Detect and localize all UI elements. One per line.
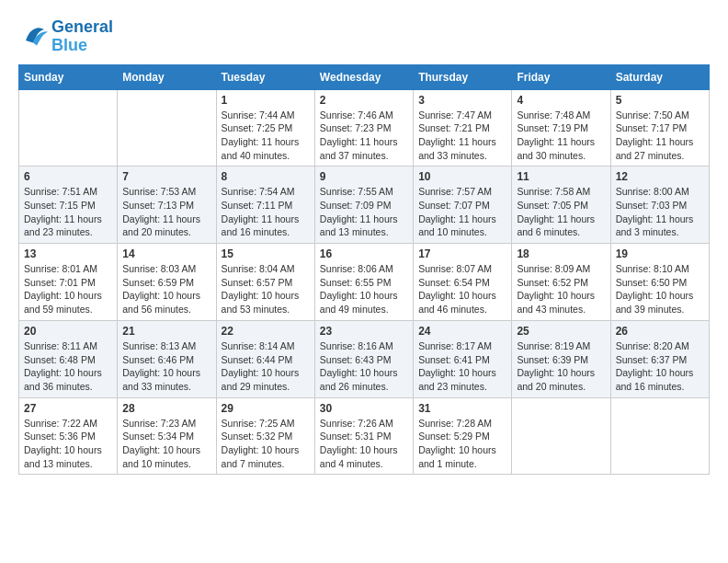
day-number: 11 <box>517 170 605 183</box>
day-number: 23 <box>320 325 408 338</box>
calendar-week-row: 6Sunrise: 7:51 AM Sunset: 7:15 PM Daylig… <box>19 167 710 244</box>
day-number: 19 <box>616 247 704 260</box>
calendar-table: SundayMondayTuesdayWednesdayThursdayFrid… <box>18 64 710 476</box>
day-number: 3 <box>418 94 506 107</box>
calendar-cell: 24Sunrise: 8:17 AM Sunset: 6:41 PM Dayli… <box>414 320 512 397</box>
calendar-cell <box>118 89 216 167</box>
weekday-header: Friday <box>512 64 610 89</box>
day-info: Sunrise: 8:13 AM Sunset: 6:46 PM Dayligh… <box>122 339 210 394</box>
day-number: 6 <box>24 170 112 183</box>
day-info: Sunrise: 8:04 AM Sunset: 6:57 PM Dayligh… <box>222 262 310 316</box>
calendar-cell: 28Sunrise: 7:23 AM Sunset: 5:34 PM Dayli… <box>118 397 216 475</box>
day-number: 29 <box>222 402 310 415</box>
day-number: 12 <box>616 170 704 183</box>
calendar-cell: 4Sunrise: 7:48 AM Sunset: 7:19 PM Daylig… <box>512 89 610 167</box>
calendar-cell: 2Sunrise: 7:46 AM Sunset: 7:23 PM Daylig… <box>314 89 413 167</box>
day-info: Sunrise: 8:00 AM Sunset: 7:03 PM Dayligh… <box>616 185 704 239</box>
day-info: Sunrise: 8:14 AM Sunset: 6:44 PM Dayligh… <box>222 339 310 394</box>
calendar-cell: 6Sunrise: 7:51 AM Sunset: 7:15 PM Daylig… <box>19 167 118 244</box>
day-number: 16 <box>320 247 408 260</box>
day-number: 10 <box>418 170 506 183</box>
calendar-cell <box>512 397 610 475</box>
day-number: 8 <box>222 170 310 183</box>
calendar-cell: 20Sunrise: 8:11 AM Sunset: 6:48 PM Dayli… <box>19 320 118 397</box>
calendar-cell: 10Sunrise: 7:57 AM Sunset: 7:07 PM Dayli… <box>414 167 512 244</box>
calendar-cell: 25Sunrise: 8:19 AM Sunset: 6:39 PM Dayli… <box>512 320 610 397</box>
calendar-cell: 14Sunrise: 8:03 AM Sunset: 6:59 PM Dayli… <box>118 244 216 321</box>
calendar-cell: 13Sunrise: 8:01 AM Sunset: 7:01 PM Dayli… <box>19 244 118 321</box>
logo-icon <box>18 22 48 52</box>
day-number: 21 <box>122 325 210 338</box>
day-number: 22 <box>222 325 310 338</box>
day-number: 14 <box>122 247 210 260</box>
day-number: 2 <box>320 94 408 107</box>
calendar-week-row: 27Sunrise: 7:22 AM Sunset: 5:36 PM Dayli… <box>19 397 710 475</box>
day-info: Sunrise: 7:46 AM Sunset: 7:23 PM Dayligh… <box>320 109 408 163</box>
day-number: 28 <box>122 402 210 415</box>
weekday-header: Tuesday <box>216 64 314 89</box>
logo-text: General Blue <box>51 18 113 55</box>
calendar-cell: 9Sunrise: 7:55 AM Sunset: 7:09 PM Daylig… <box>314 167 413 244</box>
calendar-week-row: 20Sunrise: 8:11 AM Sunset: 6:48 PM Dayli… <box>19 320 710 397</box>
day-number: 5 <box>616 94 704 107</box>
weekday-header: Saturday <box>610 64 709 89</box>
day-info: Sunrise: 8:11 AM Sunset: 6:48 PM Dayligh… <box>24 339 112 394</box>
day-number: 31 <box>418 402 506 415</box>
day-info: Sunrise: 7:55 AM Sunset: 7:09 PM Dayligh… <box>320 185 408 239</box>
calendar-cell: 5Sunrise: 7:50 AM Sunset: 7:17 PM Daylig… <box>610 89 709 167</box>
day-number: 7 <box>122 170 210 183</box>
day-info: Sunrise: 7:54 AM Sunset: 7:11 PM Dayligh… <box>222 185 310 239</box>
day-number: 1 <box>222 94 310 107</box>
calendar-cell: 1Sunrise: 7:44 AM Sunset: 7:25 PM Daylig… <box>216 89 314 167</box>
day-info: Sunrise: 7:48 AM Sunset: 7:19 PM Dayligh… <box>517 109 605 163</box>
weekday-header: Monday <box>118 64 216 89</box>
day-number: 25 <box>517 325 605 338</box>
day-number: 17 <box>418 247 506 260</box>
calendar-week-row: 1Sunrise: 7:44 AM Sunset: 7:25 PM Daylig… <box>19 89 710 167</box>
calendar-cell: 3Sunrise: 7:47 AM Sunset: 7:21 PM Daylig… <box>414 89 512 167</box>
day-info: Sunrise: 7:22 AM Sunset: 5:36 PM Dayligh… <box>24 417 112 471</box>
calendar-week-row: 13Sunrise: 8:01 AM Sunset: 7:01 PM Dayli… <box>19 244 710 321</box>
day-number: 27 <box>24 402 112 415</box>
day-info: Sunrise: 7:44 AM Sunset: 7:25 PM Dayligh… <box>222 109 310 163</box>
calendar-cell: 16Sunrise: 8:06 AM Sunset: 6:55 PM Dayli… <box>314 244 413 321</box>
calendar-cell: 31Sunrise: 7:28 AM Sunset: 5:29 PM Dayli… <box>414 397 512 475</box>
day-info: Sunrise: 7:57 AM Sunset: 7:07 PM Dayligh… <box>418 185 506 239</box>
weekday-header: Wednesday <box>314 64 413 89</box>
day-info: Sunrise: 7:51 AM Sunset: 7:15 PM Dayligh… <box>24 185 112 239</box>
day-number: 26 <box>616 325 704 338</box>
calendar-cell: 17Sunrise: 8:07 AM Sunset: 6:54 PM Dayli… <box>414 244 512 321</box>
calendar-cell: 27Sunrise: 7:22 AM Sunset: 5:36 PM Dayli… <box>19 397 118 475</box>
day-info: Sunrise: 8:20 AM Sunset: 6:37 PM Dayligh… <box>616 339 704 394</box>
day-info: Sunrise: 7:23 AM Sunset: 5:34 PM Dayligh… <box>122 417 210 471</box>
calendar-cell: 8Sunrise: 7:54 AM Sunset: 7:11 PM Daylig… <box>216 167 314 244</box>
calendar-cell: 29Sunrise: 7:25 AM Sunset: 5:32 PM Dayli… <box>216 397 314 475</box>
calendar-cell: 12Sunrise: 8:00 AM Sunset: 7:03 PM Dayli… <box>610 167 709 244</box>
day-info: Sunrise: 7:28 AM Sunset: 5:29 PM Dayligh… <box>418 417 506 471</box>
day-info: Sunrise: 7:53 AM Sunset: 7:13 PM Dayligh… <box>122 185 210 239</box>
day-number: 4 <box>517 94 605 107</box>
calendar-cell: 15Sunrise: 8:04 AM Sunset: 6:57 PM Dayli… <box>216 244 314 321</box>
day-info: Sunrise: 8:17 AM Sunset: 6:41 PM Dayligh… <box>418 339 506 394</box>
calendar-cell: 21Sunrise: 8:13 AM Sunset: 6:46 PM Dayli… <box>118 320 216 397</box>
day-info: Sunrise: 8:03 AM Sunset: 6:59 PM Dayligh… <box>122 262 210 316</box>
day-number: 15 <box>222 247 310 260</box>
page-header: General Blue <box>18 18 710 55</box>
day-info: Sunrise: 8:19 AM Sunset: 6:39 PM Dayligh… <box>517 339 605 394</box>
day-info: Sunrise: 8:09 AM Sunset: 6:52 PM Dayligh… <box>517 262 605 316</box>
day-number: 24 <box>418 325 506 338</box>
calendar-cell <box>610 397 709 475</box>
calendar-cell: 7Sunrise: 7:53 AM Sunset: 7:13 PM Daylig… <box>118 167 216 244</box>
day-number: 30 <box>320 402 408 415</box>
day-info: Sunrise: 7:47 AM Sunset: 7:21 PM Dayligh… <box>418 109 506 163</box>
calendar-cell: 22Sunrise: 8:14 AM Sunset: 6:44 PM Dayli… <box>216 320 314 397</box>
calendar-cell: 18Sunrise: 8:09 AM Sunset: 6:52 PM Dayli… <box>512 244 610 321</box>
day-info: Sunrise: 8:07 AM Sunset: 6:54 PM Dayligh… <box>418 262 506 316</box>
calendar-cell <box>19 89 118 167</box>
calendar-header-row: SundayMondayTuesdayWednesdayThursdayFrid… <box>19 64 710 89</box>
day-info: Sunrise: 8:01 AM Sunset: 7:01 PM Dayligh… <box>24 262 112 316</box>
day-info: Sunrise: 8:10 AM Sunset: 6:50 PM Dayligh… <box>616 262 704 316</box>
day-info: Sunrise: 7:58 AM Sunset: 7:05 PM Dayligh… <box>517 185 605 239</box>
day-info: Sunrise: 7:25 AM Sunset: 5:32 PM Dayligh… <box>222 417 310 471</box>
calendar-cell: 26Sunrise: 8:20 AM Sunset: 6:37 PM Dayli… <box>610 320 709 397</box>
